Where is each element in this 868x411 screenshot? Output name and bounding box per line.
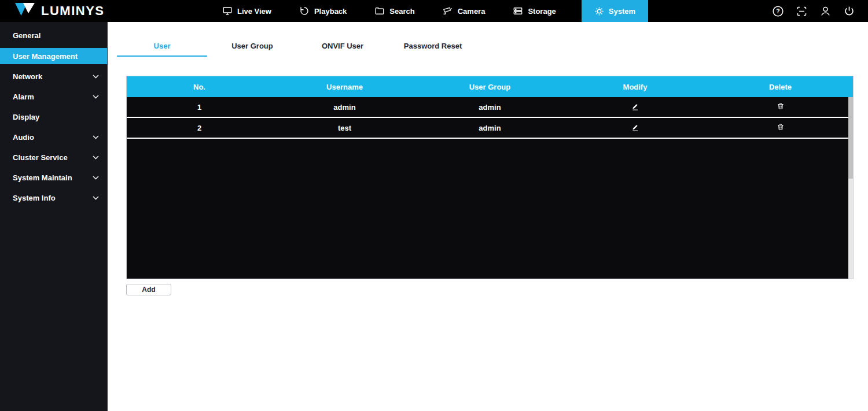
- cell-user-group: admin: [417, 118, 562, 138]
- add-button[interactable]: Add: [126, 284, 171, 295]
- tab-label: User Group: [231, 42, 273, 50]
- sidebar-item-label: Alarm: [13, 92, 34, 101]
- table-row: 2 test admin: [127, 118, 853, 139]
- cell-user-group: admin: [417, 97, 562, 117]
- scrollbar-thumb[interactable]: [848, 97, 853, 179]
- nav-label: Live View: [237, 7, 271, 16]
- nav-item-camera[interactable]: Camera: [440, 0, 488, 22]
- nav-label: Playback: [314, 7, 347, 16]
- topbar: LUMINYS Live View Playback Search Camera: [0, 0, 868, 22]
- tab-onvif-user[interactable]: ONVIF User: [297, 36, 388, 57]
- chevron-down-icon: [93, 176, 99, 180]
- folder-icon: [374, 6, 385, 16]
- tab-label: User: [154, 42, 171, 50]
- nav-label: System: [609, 7, 635, 16]
- brand-name: LUMINYS: [41, 3, 105, 18]
- sidebar-item-label: General: [13, 31, 41, 40]
- tab-label: ONVIF User: [322, 42, 363, 50]
- trash-icon: [777, 102, 785, 112]
- sidebar-item-system-info[interactable]: System Info: [0, 188, 107, 208]
- tab-bar: User User Group ONVIF User Password Rese…: [108, 36, 868, 57]
- pencil-icon: [631, 123, 640, 134]
- chevron-down-icon: [93, 155, 99, 160]
- cell-no: 1: [127, 97, 272, 117]
- tab-user-group[interactable]: User Group: [207, 36, 297, 57]
- sidebar-item-audio[interactable]: Audio: [0, 127, 107, 147]
- modify-button[interactable]: [562, 118, 708, 138]
- trash-icon: [777, 123, 785, 133]
- topbar-tools: ?: [694, 5, 868, 17]
- sidebar-item-general[interactable]: General: [0, 25, 107, 46]
- monitor-icon: [222, 6, 233, 16]
- nav-item-storage[interactable]: Storage: [510, 0, 558, 22]
- help-icon[interactable]: ?: [772, 5, 784, 17]
- chevron-down-icon: [93, 196, 99, 200]
- nav-item-system[interactable]: System: [582, 0, 648, 22]
- chevron-down-icon: [93, 135, 99, 139]
- sidebar-item-label: User Management: [13, 52, 78, 61]
- sidebar-item-label: Cluster Service: [13, 153, 68, 162]
- column-header-delete: Delete: [708, 76, 853, 97]
- sidebar-item-label: System Info: [13, 194, 56, 202]
- sidebar-item-system-maintain[interactable]: System Maintain: [0, 168, 107, 188]
- luminys-logo-icon: [14, 2, 36, 20]
- tab-label: Password Reset: [404, 42, 462, 50]
- cell-username: admin: [272, 97, 417, 117]
- sidebar-item-label: Audio: [13, 133, 34, 142]
- column-header-username: Username: [272, 76, 417, 97]
- main-content: User User Group ONVIF User Password Rese…: [108, 22, 868, 411]
- tab-user[interactable]: User: [117, 36, 207, 57]
- svg-text:?: ?: [776, 8, 779, 14]
- camera-icon: [443, 6, 453, 16]
- nav-label: Search: [389, 7, 414, 16]
- cell-no: 2: [127, 118, 272, 138]
- user-icon[interactable]: [819, 5, 832, 17]
- table-scrollbar[interactable]: [848, 97, 853, 279]
- column-header-no: No.: [127, 76, 272, 97]
- table-body: 1 admin admin 2 test admin: [127, 97, 853, 279]
- sidebar-item-display[interactable]: Display: [0, 107, 107, 127]
- sidebar-item-label: Display: [13, 113, 39, 121]
- storage-icon: [513, 6, 523, 16]
- chevron-down-icon: [93, 95, 99, 99]
- sidebar-item-user-management[interactable]: User Management: [0, 48, 107, 64]
- table-header-row: No. Username User Group Modify Delete: [127, 76, 853, 97]
- chevron-down-icon: [93, 75, 99, 79]
- nav-item-live-view[interactable]: Live View: [220, 0, 274, 22]
- column-header-user-group: User Group: [417, 76, 562, 97]
- power-icon[interactable]: [843, 5, 855, 17]
- sidebar: General User Management Network Alarm Di…: [0, 22, 108, 411]
- top-navigation: Live View Playback Search Camera Storage: [174, 0, 694, 22]
- nav-item-search[interactable]: Search: [372, 0, 417, 22]
- sidebar-item-label: System Maintain: [13, 173, 72, 182]
- delete-button[interactable]: [708, 97, 853, 117]
- delete-button[interactable]: [708, 118, 853, 138]
- table-row: 1 admin admin: [127, 97, 853, 118]
- sidebar-item-cluster-service[interactable]: Cluster Service: [0, 147, 107, 168]
- user-table: No. Username User Group Modify Delete 1 …: [126, 76, 854, 279]
- tab-password-reset[interactable]: Password Reset: [388, 36, 478, 57]
- sidebar-item-label: Network: [13, 72, 42, 81]
- pencil-icon: [631, 102, 640, 113]
- nav-item-playback[interactable]: Playback: [297, 0, 349, 22]
- nav-label: Storage: [528, 7, 556, 16]
- brand-logo: LUMINYS: [0, 2, 174, 20]
- sidebar-item-network[interactable]: Network: [0, 66, 107, 87]
- nav-label: Camera: [458, 7, 486, 16]
- sidebar-item-alarm[interactable]: Alarm: [0, 87, 107, 107]
- column-header-modify: Modify: [562, 76, 708, 97]
- cell-username: test: [272, 118, 417, 138]
- modify-button[interactable]: [562, 97, 708, 117]
- playback-icon: [299, 6, 310, 16]
- scan-icon[interactable]: [796, 5, 808, 17]
- gear-icon: [594, 6, 604, 16]
